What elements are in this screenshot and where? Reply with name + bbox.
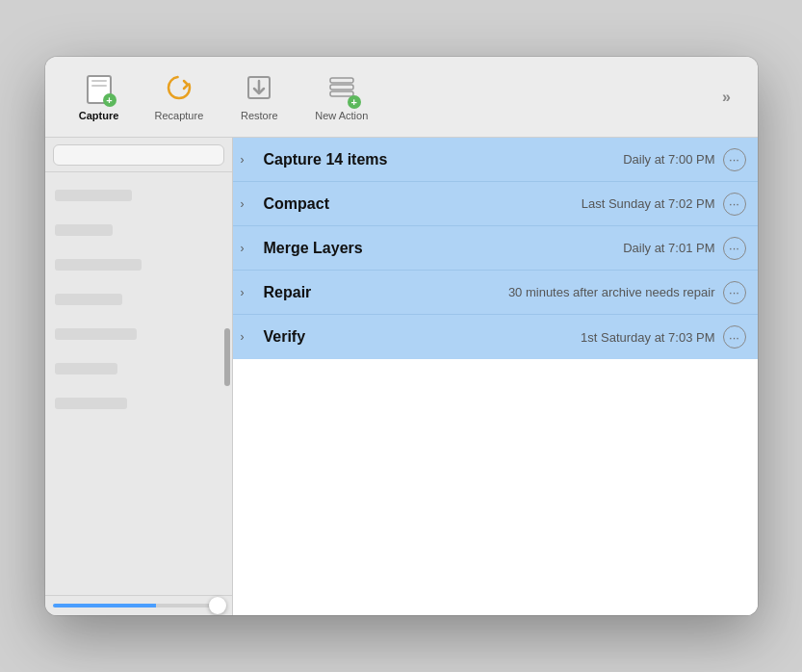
new-action-icon: + [327, 73, 356, 106]
new-action-plus-badge: + [348, 95, 361, 109]
more-button-4[interactable]: ··· [723, 325, 746, 349]
sidebar-slider[interactable] [53, 604, 224, 607]
schedule-name: Repair [264, 284, 418, 301]
schedule-name: Merge Layers [264, 240, 418, 257]
list-item[interactable] [45, 282, 232, 317]
toolbar-restore[interactable]: Restore [220, 66, 298, 127]
toolbar: + Capture Recapture [45, 57, 758, 138]
capture-icon: + [87, 75, 112, 104]
schedule-name: Capture 14 items [264, 151, 418, 168]
toolbar-recapture[interactable]: Recapture [138, 66, 221, 127]
schedule-name: Verify [264, 328, 418, 346]
chevron-icon: › [241, 197, 258, 211]
chevron-right-icon: » [722, 89, 731, 106]
chevron-icon: › [241, 153, 258, 167]
sidebar-search-bar [53, 144, 224, 166]
sidebar-bottom [45, 595, 232, 615]
svg-rect-3 [330, 78, 353, 83]
more-button-2[interactable]: ··· [723, 237, 746, 260]
chevron-icon: › [241, 286, 258, 299]
content-panel: › Capture 14 items Daily at 7:00 PM ··· … [233, 138, 758, 615]
chevron-icon: › [241, 330, 258, 344]
list-item[interactable] [45, 178, 232, 213]
schedule-name: Compact [264, 195, 418, 213]
more-button-1[interactable]: ··· [723, 193, 746, 216]
more-button-3[interactable]: ··· [723, 281, 746, 304]
list-item[interactable] [45, 351, 232, 386]
sidebar-panel [45, 138, 233, 615]
schedule-time: Daily at 7:00 PM [418, 152, 723, 167]
more-button-0[interactable]: ··· [723, 148, 746, 171]
schedule-row-repair[interactable]: › Repair 30 minutes after archive needs … [233, 271, 758, 315]
recapture-label: Recapture [155, 110, 204, 121]
schedule-time: 30 minutes after archive needs repair [418, 285, 723, 299]
empty-area [233, 376, 758, 615]
restore-label: Restore [241, 110, 278, 121]
schedule-row-verify[interactable]: › Verify 1st Saturday at 7:03 PM ··· [233, 315, 758, 359]
schedule-row-merge[interactable]: › Merge Layers Daily at 7:01 PM ··· [233, 226, 758, 271]
plus-badge: + [103, 93, 116, 107]
schedule-list: › Capture 14 items Daily at 7:00 PM ··· … [233, 138, 758, 376]
restore-icon [245, 73, 273, 106]
svg-rect-4 [330, 85, 353, 90]
toolbar-capture[interactable]: + Capture [61, 66, 138, 127]
sidebar-search [45, 138, 232, 172]
schedule-row-capture[interactable]: › Capture 14 items Daily at 7:00 PM ··· [233, 138, 758, 182]
slider-thumb[interactable] [209, 597, 226, 614]
main-content: › Capture 14 items Daily at 7:00 PM ··· … [45, 138, 758, 615]
schedule-row-compact[interactable]: › Compact Last Sunday at 7:02 PM ··· [233, 182, 758, 226]
list-item[interactable] [45, 247, 232, 282]
toolbar-new-action[interactable]: + New Action [298, 66, 385, 127]
sidebar-scrollbar[interactable] [224, 328, 230, 386]
list-item[interactable] [45, 213, 232, 247]
recapture-icon [165, 73, 194, 106]
schedule-time: Daily at 7:01 PM [418, 241, 723, 255]
toolbar-more-button[interactable]: » [711, 82, 742, 113]
list-item[interactable] [45, 317, 232, 351]
schedule-time: 1st Saturday at 7:03 PM [418, 330, 723, 345]
main-window: + Capture Recapture [45, 57, 758, 615]
capture-label: Capture [79, 110, 119, 121]
list-item[interactable] [45, 386, 232, 421]
schedule-time: Last Sunday at 7:02 PM [418, 196, 723, 211]
sidebar-items [45, 172, 232, 595]
chevron-icon: › [241, 242, 258, 255]
new-action-label: New Action [315, 110, 368, 121]
